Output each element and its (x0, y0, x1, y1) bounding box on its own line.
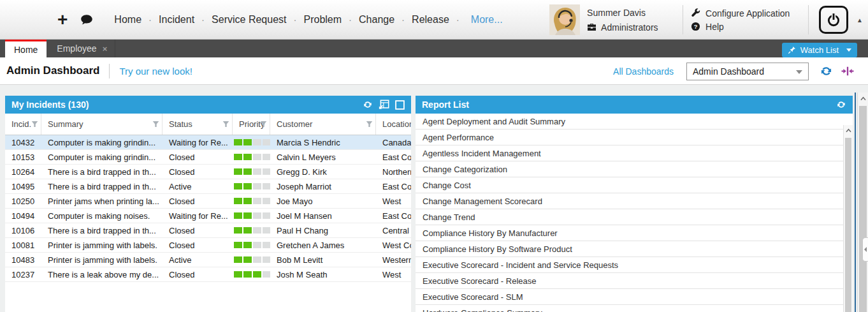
user-avatar[interactable] (549, 4, 580, 35)
report-list-item-agent-deployment-and-audit-summary[interactable]: Agent Deployment and Audit Summary (416, 114, 853, 130)
priority-segment (234, 212, 242, 219)
chat-icon[interactable] (80, 14, 93, 26)
column-header-location[interactable]: Location (376, 114, 411, 135)
tab-employee[interactable]: Employee × (47, 40, 115, 57)
incident-location-cell: Central (376, 223, 411, 237)
nav-item-release[interactable]: Release (412, 14, 449, 26)
report-list-item-compliance-history-by-software-product[interactable]: Compliance History By Software Product (416, 241, 853, 257)
filter-funnel-icon[interactable] (31, 121, 38, 128)
column-header-summary[interactable]: Summary (41, 114, 163, 135)
all-dashboards-link[interactable]: All Dashboards (613, 66, 674, 77)
incident-row[interactable]: 10250Printer jams when printing la...Clo… (5, 194, 411, 209)
priority-bar (233, 256, 270, 263)
incident-priority-cell (233, 165, 270, 179)
incident-id-cell: 10250 (5, 194, 41, 208)
incident-status-cell: Closed (163, 165, 233, 179)
report-list-item-change-trend[interactable]: Change Trend (416, 209, 853, 225)
incident-row[interactable]: 10081Printer is jamming with labels.Clos… (5, 238, 411, 253)
scrollbar-thumb[interactable] (859, 106, 867, 312)
page-scrollbar (857, 93, 868, 312)
scrollbar-thumb[interactable] (845, 138, 851, 312)
report-list-item-change-management-scorecard[interactable]: Change Management Scorecard (416, 193, 853, 209)
scroll-up-icon[interactable] (844, 125, 853, 136)
incident-priority-cell (233, 253, 270, 267)
incident-row[interactable]: 10264There is a bird trapped in th...Clo… (5, 165, 411, 179)
report-list-item-compliance-history-by-manufacturer[interactable]: Compliance History By Manufacturer (416, 225, 853, 241)
nav-more-link[interactable]: More... (471, 14, 503, 26)
my-incidents-panel: My Incidents (130) Incid.SummaryStatusPr… (5, 96, 411, 312)
incident-location-cell: East Coa (376, 150, 411, 164)
report-list-item-change-categorization[interactable]: Change Categorization (416, 161, 853, 177)
incident-row[interactable]: 10483Printer is jamming with labels.Acti… (5, 253, 411, 267)
report-list-item-agent-performance[interactable]: Agent Performance (416, 130, 853, 145)
filter-funnel-icon[interactable] (366, 121, 373, 128)
incident-priority-cell (233, 209, 270, 223)
incident-summary-cell: Computer is making noises. (41, 209, 163, 223)
filter-funnel-icon[interactable] (260, 121, 267, 128)
new-item-icon[interactable]: + (57, 11, 68, 29)
refresh-dashboard-icon[interactable] (820, 64, 833, 78)
close-icon[interactable]: × (103, 45, 108, 53)
priority-segment (234, 183, 242, 189)
incident-row[interactable]: 10432Computer is making grindin...Waitin… (5, 135, 411, 150)
refresh-icon[interactable] (363, 100, 373, 110)
incident-summary-cell: There is a bird trapped in th... (41, 223, 163, 237)
incident-location-cell: West Coa (376, 238, 411, 252)
incident-id-cell: 10106 (5, 223, 41, 237)
popout-icon[interactable] (379, 100, 389, 110)
priority-segment (234, 154, 242, 160)
configure-application-link[interactable]: Configure Application (691, 8, 800, 19)
nav-separator-dot: · (148, 14, 152, 25)
nav-item-home[interactable]: Home (114, 14, 141, 26)
try-new-look-link[interactable]: Try our new look! (119, 66, 192, 77)
nav-item-service-request[interactable]: Service Request (212, 14, 286, 26)
collapse-topbar-icon[interactable]: ▲ (857, 17, 863, 24)
incident-location-cell: West (376, 267, 411, 281)
report-list-item-hardware-compliance-summary[interactable]: Hardware Compliance Summary (416, 305, 853, 312)
priority-segment (243, 227, 252, 234)
incident-priority-cell (233, 135, 270, 149)
logout-power-button[interactable] (819, 6, 848, 34)
help-link[interactable]: Help (691, 22, 800, 32)
incident-customer-cell: Calvin L Meyers (270, 150, 376, 164)
column-header-status[interactable]: Status (163, 114, 233, 135)
topbar-divider (808, 5, 809, 34)
report-list-item-executive-scorecard-slm[interactable]: Executive Scorecard - SLM (416, 289, 853, 305)
incident-row[interactable]: 10106There is a bird trapped in th...Clo… (5, 223, 411, 238)
column-header-priority[interactable]: Priority (233, 114, 270, 135)
title-divider (109, 64, 110, 78)
column-header-customer[interactable]: Customer (270, 114, 376, 135)
caret-down-icon (796, 70, 802, 74)
incident-row[interactable]: 10153Computer is making grindin...Closed… (5, 150, 411, 165)
watch-list-button[interactable]: Watch List (782, 43, 857, 57)
nav-item-problem[interactable]: Problem (303, 14, 342, 26)
report-list-item-executive-scorecard-incident-and-service-requests[interactable]: Executive Scorecard - Incident and Servi… (416, 257, 853, 273)
filter-funnel-icon[interactable] (152, 121, 159, 128)
split-columns-icon[interactable] (841, 66, 854, 76)
refresh-icon[interactable] (836, 100, 846, 110)
filter-funnel-icon[interactable] (222, 121, 229, 128)
report-list-item-agentless-incident-management[interactable]: Agentless Incident Management (416, 145, 853, 161)
collapse-panel-handle[interactable] (862, 237, 868, 262)
user-menu[interactable]: Summer Davis Administrators (587, 8, 675, 33)
help-label: Help (705, 22, 724, 32)
scroll-up-icon[interactable] (858, 93, 868, 104)
user-role: Administrators (601, 22, 658, 33)
nav-item-change[interactable]: Change (359, 14, 394, 26)
incident-row[interactable]: 10495There is a bird trapped in th...Act… (5, 179, 411, 194)
nav-item-incident[interactable]: Incident (159, 14, 194, 26)
column-header-label: Status (169, 119, 192, 129)
report-list-item-executive-scorecard-release[interactable]: Executive Scorecard - Release (416, 273, 853, 289)
column-header-label: Location (382, 119, 411, 129)
tab-employee-label: Employee (57, 43, 96, 54)
priority-segment (263, 183, 270, 189)
column-header-incid[interactable]: Incid. (5, 114, 41, 135)
report-list-item-change-cost[interactable]: Change Cost (416, 177, 853, 193)
tab-home[interactable]: Home (5, 40, 47, 57)
user-name: Summer Davis (587, 8, 675, 18)
incident-row[interactable]: 10237There is a leak above my de...Close… (5, 267, 411, 282)
dashboard-select[interactable]: Admin Dashboard (686, 63, 809, 80)
incident-id-cell: 10081 (5, 238, 41, 252)
incident-row[interactable]: 10494Computer is making noises.Waiting f… (5, 209, 411, 223)
maximize-icon[interactable] (395, 100, 405, 110)
